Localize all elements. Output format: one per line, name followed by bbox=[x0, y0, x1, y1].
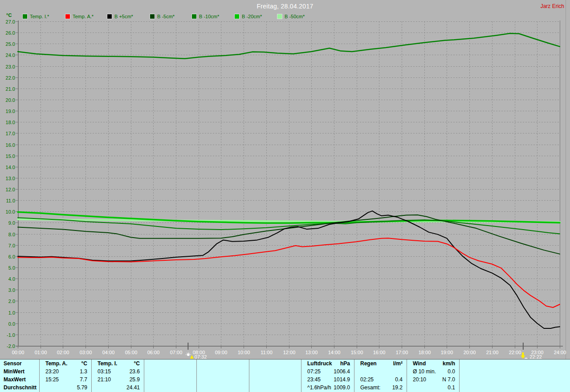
y-tick-label: 23.0 bbox=[6, 64, 15, 69]
stats-col-header bbox=[460, 360, 570, 368]
stats-cell bbox=[197, 384, 249, 392]
y-tick-label: 14.0 bbox=[6, 165, 15, 170]
x-tick-label: 21:00 bbox=[486, 350, 499, 355]
stats-cell: 03:1523.6 bbox=[92, 368, 144, 376]
x-tick-label: 11:00 bbox=[261, 350, 273, 355]
y-tick-label: 6.0 bbox=[8, 254, 15, 259]
weather-chart: 27.026.025.024.023.022.021.020.019.018.0… bbox=[0, 0, 570, 360]
stats-col-header: LuftdruckhPa bbox=[301, 360, 354, 368]
stats-cell: 24.41 bbox=[92, 384, 144, 392]
stats-col-empty-3 bbox=[196, 360, 249, 392]
stats-cell bbox=[197, 368, 249, 376]
stats-col-temp-a: Temp. A.°C23:201.315:257.75.79 bbox=[39, 360, 91, 392]
y-tick-label: 8.0 bbox=[8, 232, 15, 237]
y-tick-label: 2.0 bbox=[8, 299, 15, 304]
x-tick-label: 10:00 bbox=[238, 350, 250, 355]
stats-cell bbox=[144, 368, 196, 376]
stats-cell: 0.1 bbox=[407, 384, 459, 392]
y-tick-label: 11.0 bbox=[6, 198, 15, 203]
stats-cell bbox=[197, 376, 249, 384]
x-tick-label: 20:00 bbox=[464, 350, 476, 355]
x-tick-label: 09:00 bbox=[215, 350, 228, 355]
stats-col-header bbox=[249, 360, 301, 368]
stats-col-temp-i: Temp. I.°C03:1523.621:1025.924.41 bbox=[91, 360, 144, 392]
stats-cell: 02:250.4 bbox=[354, 376, 407, 384]
stats-cell: Ø 10 min.0.0 bbox=[407, 368, 459, 376]
stats-col-header: Windkm/h bbox=[407, 360, 459, 368]
stats-cell: 23:201.3 bbox=[40, 368, 91, 376]
stats-col-header: Temp. A.°C bbox=[40, 360, 91, 368]
stats-col-wind: Windkm/hØ 10 min.0.020:10N 7.00.1 bbox=[407, 360, 459, 392]
x-tick-label: 04:00 bbox=[102, 350, 115, 355]
stats-cell: 20:10N 7.0 bbox=[407, 376, 459, 384]
x-tick-label: 15:00 bbox=[351, 350, 363, 355]
stats-col-regen: Regenl/m²02:250.4Gesamt:19.2 bbox=[354, 360, 407, 392]
sunrise-arrow-icon bbox=[190, 355, 194, 359]
y-tick-label: 13.0 bbox=[6, 176, 15, 181]
x-tick-label: 06:00 bbox=[147, 350, 160, 355]
x-tick-label: 22:00 bbox=[509, 350, 521, 355]
stats-cell: ^1.6hPa/h1009.0 bbox=[301, 384, 354, 392]
y-tick-label: 25.0 bbox=[6, 41, 15, 47]
y-tick-label: -2.0 bbox=[7, 344, 15, 349]
x-tick-label: 02:00 bbox=[57, 350, 69, 355]
y-tick-label: 26.0 bbox=[6, 30, 15, 36]
stats-cell bbox=[460, 368, 570, 376]
stats-cell bbox=[354, 368, 407, 376]
stats-cell: 5.79 bbox=[40, 384, 91, 392]
stats-cell bbox=[249, 376, 301, 384]
y-tick-label: 12.0 bbox=[6, 187, 15, 192]
y-tick-label: 1.0 bbox=[8, 310, 15, 315]
stats-cell bbox=[249, 384, 301, 392]
stats-cell bbox=[460, 384, 570, 392]
x-tick-label: 16:00 bbox=[373, 350, 386, 355]
x-tick-label: 12:00 bbox=[283, 350, 296, 355]
y-tick-label: 18.0 bbox=[6, 120, 15, 125]
x-tick-label: 18:00 bbox=[419, 350, 431, 355]
stats-cell bbox=[460, 376, 570, 384]
y-tick-label: 3.0 bbox=[8, 287, 15, 293]
stats-row-label: MinWert bbox=[0, 368, 39, 376]
x-tick-label: 00:00 bbox=[12, 350, 24, 355]
y-tick-label: 20.0 bbox=[6, 97, 15, 103]
stats-col-header bbox=[144, 360, 196, 368]
x-tick-label: 17:00 bbox=[396, 350, 408, 355]
stats-table: SensorMinWertMaxWertDurchschnittTemp. A.… bbox=[0, 359, 570, 392]
y-tick-label: 5.0 bbox=[8, 265, 15, 271]
y-tick-label: 7.0 bbox=[8, 243, 15, 248]
sunset-arrow-icon bbox=[522, 352, 524, 356]
y-tick-label: 19.0 bbox=[6, 109, 15, 114]
stats-cell: 21:1025.9 bbox=[92, 376, 144, 384]
y-tick-label: 0.0 bbox=[8, 321, 15, 327]
x-tick-label: 01:00 bbox=[35, 350, 47, 355]
y-tick-label: 27.0 bbox=[6, 19, 15, 24]
stats-col-empty-2 bbox=[144, 360, 196, 392]
x-tick-label: 24:00 bbox=[554, 350, 566, 355]
stats-row-label: MaxWert bbox=[0, 376, 39, 384]
stats-col-empty-8 bbox=[459, 360, 570, 392]
series-line-temp-a bbox=[18, 238, 560, 307]
stats-cell bbox=[249, 368, 301, 376]
x-tick-label: 14:00 bbox=[328, 350, 341, 355]
x-tick-label: 19:00 bbox=[441, 350, 453, 355]
y-tick-label: 16.0 bbox=[6, 142, 15, 148]
x-tick-label: 13:00 bbox=[305, 350, 318, 355]
x-tick-label: 07:00 bbox=[170, 350, 183, 355]
stats-col-luftdruck: LuftdruckhPa07:251006.423:451014.9^1.6hP… bbox=[301, 360, 354, 392]
x-axis: 00:0001:0002:0003:0004:0005:0006:0007:00… bbox=[12, 346, 566, 355]
sunset-sun-icon bbox=[524, 358, 528, 359]
stats-cell bbox=[144, 376, 196, 384]
stats-cell: 23:451014.9 bbox=[301, 376, 354, 384]
stats-row-label: Durchschnitt bbox=[0, 384, 39, 392]
stats-cell: 15:257.7 bbox=[40, 376, 91, 384]
stats-row-labels: SensorMinWertMaxWertDurchschnitt bbox=[0, 360, 39, 392]
y-tick-label: 9.0 bbox=[8, 220, 15, 226]
y-tick-label: 22.0 bbox=[6, 75, 15, 81]
stats-cell: 07:251006.4 bbox=[301, 368, 354, 376]
stats-col-empty-4 bbox=[249, 360, 301, 392]
stats-cell: Gesamt:19.2 bbox=[354, 384, 407, 392]
stats-cell bbox=[144, 384, 196, 392]
y-tick-label: 10.0 bbox=[6, 209, 15, 214]
stats-col-header: Regenl/m² bbox=[354, 360, 407, 368]
y-tick-label: 21.0 bbox=[6, 86, 15, 92]
